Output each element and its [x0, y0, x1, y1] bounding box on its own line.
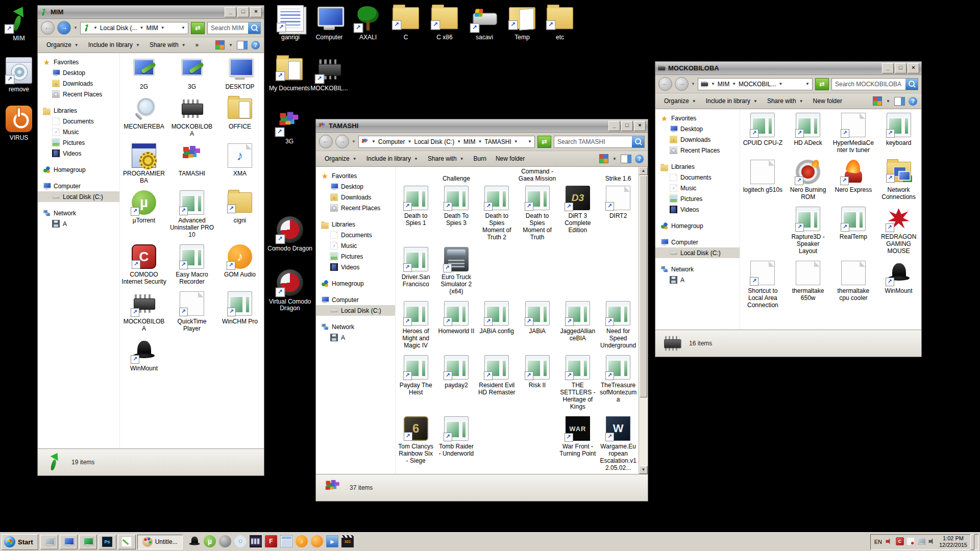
views-dropdown-icon[interactable]: ▼ [228, 43, 233, 47]
tray-mutespeaker[interactable] [885, 537, 893, 546]
sidebar-item-downloads[interactable]: ↓Downloads [655, 134, 740, 145]
toolbar-organize-button[interactable]: Organize▼ [659, 95, 701, 107]
sidebar-item-downloads[interactable]: ↓Downloads [316, 192, 395, 203]
breadcrumb-item-local-disk-c[interactable]: Local Disk (C:) [414, 138, 454, 145]
views-dropdown-icon[interactable]: ▼ [886, 99, 891, 104]
breadcrumb-item-mockobil[interactable]: MOCKOBIL... [739, 81, 776, 88]
start-button[interactable]: Start [2, 534, 38, 550]
file-item-euro-truck-simulator-2-x64[interactable]: ↗Euro Truck Simulator 2 (x64) [436, 245, 476, 299]
address-dropdown-icon[interactable]: ▼ [805, 82, 810, 86]
preview-pane-icon[interactable] [894, 97, 905, 106]
views-dropdown-icon[interactable]: ▼ [612, 157, 617, 161]
breadcrumb[interactable]: ▼Computer▼Local Disk (C:)▼MIM▼TAMASHI▼▼ [358, 136, 535, 148]
taskbar-button-untitle[interactable]: Untitle... [137, 535, 183, 549]
file-item-thermaltake-650w[interactable]: thermaltake 650w [786, 259, 831, 313]
help-icon[interactable]: ? [635, 155, 644, 163]
file-item-cpuid-cpu-z[interactable]: ↗CPUID CPU-Z [740, 111, 786, 158]
toolbar-new-folder-button[interactable]: New folder [491, 153, 529, 165]
breadcrumb-chevron-icon[interactable]: ▼ [160, 26, 165, 30]
file-item-mecniereba[interactable]: MECNIEREBA [120, 95, 168, 142]
maximize-button[interactable]: □ [621, 121, 633, 131]
refresh-button[interactable]: ⇄ [537, 136, 551, 148]
breadcrumb-chevron-icon[interactable]: ▼ [456, 139, 461, 144]
toolbar-share-with-button[interactable]: Share with▼ [145, 39, 191, 51]
sidebar-item-documents[interactable]: Documents [38, 116, 119, 127]
sidebar-item-recent-places[interactable]: Recent Places [316, 203, 395, 213]
views-icon[interactable] [215, 40, 225, 49]
sidebar-item-libraries[interactable]: Libraries [655, 161, 740, 172]
file-item-need-for-speed-underground[interactable]: ↗Need for Speed Underground [598, 299, 638, 354]
language-indicator[interactable]: EN [874, 539, 882, 545]
file-item-programierba[interactable]: PROGRAMIERBA [120, 142, 168, 189]
tray-speaker[interactable] [928, 537, 936, 546]
vertical-scrollbar[interactable]: ▲▼ [639, 167, 648, 474]
sidebar-item-desktop[interactable]: Desktop [38, 67, 119, 78]
file-item-thermaltake-cpu-cooler[interactable]: thermaltake cpu cooler [831, 259, 876, 313]
file-item-winmount[interactable]: ↗WinMount [876, 259, 921, 313]
tray-comodo[interactable]: C [896, 537, 904, 546]
file-item-torrent[interactable]: µ↗µTorrent [120, 189, 168, 243]
scroll-down-icon[interactable]: ▼ [639, 466, 648, 474]
quick-launch-mpc[interactable]: ▶ [326, 535, 338, 549]
sidebar-item-local-disk-c[interactable]: Local Disk (C:) [316, 305, 395, 316]
file-item-mockobiloba[interactable]: MOCKOBILOBA [168, 95, 216, 142]
sidebar-item-a[interactable]: A [38, 218, 119, 229]
quick-launch-calc[interactable] [280, 535, 292, 549]
sidebar-item-videos[interactable]: Videos [655, 204, 740, 215]
quick-launch-cd[interactable] [234, 535, 247, 549]
breadcrumb[interactable]: ▼Local Disk (...▼MIM▼▼ [80, 22, 188, 34]
minimize-button[interactable]: _ [882, 63, 894, 73]
quick-launch-film[interactable] [250, 535, 262, 549]
taskbar-button-sketchup[interactable] [118, 535, 136, 549]
toolbar-share-with-button[interactable]: Share with▼ [763, 95, 808, 107]
back-button[interactable]: ← [41, 21, 55, 35]
sidebar-item-recent-places[interactable]: Recent Places [38, 89, 119, 99]
breadcrumb[interactable]: ▼MIM▼MOCKOBIL...▼▼ [698, 78, 813, 90]
sidebar-item-desktop[interactable]: Desktop [316, 181, 395, 192]
title-bar[interactable]: TAMASHI_□× [316, 119, 648, 133]
file-item-jaggedalliancebia[interactable]: ↗JaggedAllianceBIA [557, 299, 598, 354]
sidebar-item-computer[interactable]: Computer [38, 181, 119, 191]
breadcrumb-chevron-icon[interactable]: ▼ [93, 26, 98, 30]
title-bar[interactable]: MOCKOBILOBA_□× [655, 62, 921, 75]
nav-history-dropdown-icon[interactable]: ▼ [74, 26, 78, 30]
file-item-advanced-uninstaller-pro-10[interactable]: ↗Advanced Uninstaller PRO 10 [168, 189, 216, 243]
toolbar-include-in-library-button[interactable]: Include in library▼ [362, 153, 423, 165]
file-item-death-to-spies-3[interactable]: ↗Death To Spies 3 [436, 184, 476, 245]
views-icon[interactable] [599, 154, 608, 163]
maximize-button[interactable]: □ [237, 7, 249, 17]
breadcrumb-chevron-icon[interactable]: ▼ [139, 26, 144, 30]
file-item-3g[interactable]: 3G [168, 55, 216, 95]
toolbar-organize-button[interactable]: Organize▼ [320, 153, 362, 165]
sidebar-item-network[interactable]: Network [38, 208, 119, 218]
address-dropdown-icon[interactable]: ▼ [181, 26, 186, 30]
file-item-nero-express[interactable]: ↗Nero Express [831, 158, 876, 205]
forward-button[interactable]: → [675, 77, 689, 91]
file-item-xma[interactable]: ♪XMA [216, 142, 264, 189]
toolbar-include-in-library-button[interactable]: Include in library▼ [701, 95, 763, 107]
sidebar-item-videos[interactable]: Videos [316, 262, 395, 272]
file-item-tamashi[interactable]: TAMASHI [168, 142, 216, 189]
sidebar-item-local-disk-c[interactable]: Local Disk (C:) [655, 247, 740, 258]
breadcrumb-chevron-icon[interactable]: ▼ [731, 82, 737, 86]
desktop-icon-virus[interactable]: VIRUS [0, 106, 42, 141]
file-item-death-to-spies-moment-of-truth-2[interactable]: ↗Death to Spies Moment of Truth 2 [477, 184, 517, 245]
sidebar-item-desktop[interactable]: Desktop [655, 123, 740, 134]
file-item-hd-adeck[interactable]: ↗HD ADeck [786, 111, 831, 158]
sidebar-item-homegroup[interactable]: Homegroup [655, 220, 740, 231]
file-item-dirt2[interactable]: ↗DIRT2 [598, 184, 638, 245]
sidebar-item-documents[interactable]: Documents [316, 230, 395, 240]
help-icon[interactable]: ? [251, 41, 260, 49]
sidebar-item-recent-places[interactable]: Recent Places [655, 145, 740, 156]
taskbar-button-monitorgreen[interactable] [79, 535, 97, 549]
file-item-gom-audio[interactable]: ♪↗GOM Audio [216, 243, 264, 290]
breadcrumb-chevron-icon[interactable]: ▼ [371, 139, 376, 144]
breadcrumb-item-mim[interactable]: MIM [146, 24, 158, 32]
taskbar-button-ps[interactable]: Ps [99, 535, 116, 549]
desktop-icon-remove[interactable]: ↗remove [0, 57, 42, 93]
file-item-mockobiloba[interactable]: ↗MOCKOBILOBA [120, 290, 168, 337]
toolbar-include-in-library-button[interactable]: Include in library▼ [84, 39, 145, 51]
sidebar-item-local-disk-c[interactable]: Local Disk (C:) [38, 191, 119, 202]
sidebar-item-videos[interactable]: Videos [38, 148, 119, 159]
sidebar-item-computer[interactable]: Computer [316, 294, 395, 305]
